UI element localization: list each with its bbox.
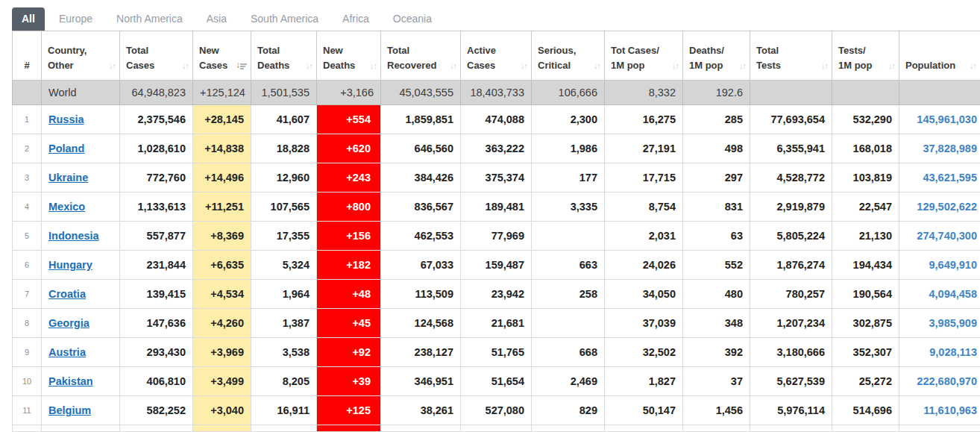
col-header-total-recovered[interactable]: TotalRecovered↓↑ bbox=[381, 31, 461, 81]
col-header-tot-cases-1m[interactable]: Tot Cases/1M pop↓↑ bbox=[605, 31, 683, 81]
cell-deaths-1m: 297 bbox=[683, 163, 750, 192]
tab-asia[interactable]: Asia bbox=[197, 7, 236, 31]
table-row-partial bbox=[13, 425, 980, 432]
country-link[interactable]: Pakistan bbox=[48, 375, 93, 387]
col-header-deaths-1m[interactable]: Deaths/1M pop↓↑ bbox=[683, 31, 750, 81]
cell-serious-critical: 663 bbox=[532, 251, 605, 280]
cell-tot-cases-1m: 16,275 bbox=[605, 105, 683, 134]
cell-total-recovered: 462,553 bbox=[381, 222, 461, 251]
country-link[interactable]: Russia bbox=[48, 113, 84, 125]
cell-deaths-1m: 63 bbox=[683, 222, 750, 251]
cell-total-cases: 2,375,546 bbox=[120, 105, 193, 134]
tab-north-america[interactable]: North America bbox=[107, 7, 192, 31]
cell-tests-1m bbox=[832, 81, 899, 105]
country-link[interactable]: Poland bbox=[48, 143, 84, 154]
country-link[interactable]: Austria bbox=[48, 346, 86, 358]
cell-active-cases: 77,969 bbox=[461, 222, 532, 251]
country-link[interactable]: Indonesia bbox=[48, 230, 99, 242]
tab-europe[interactable]: Europe bbox=[49, 7, 102, 31]
cell-deaths-1m: 192.6 bbox=[683, 81, 750, 105]
cell-new-cases: +3,040 bbox=[193, 396, 251, 425]
cell-country: World bbox=[42, 81, 120, 105]
cell-serious-critical bbox=[532, 309, 605, 338]
cell-new-deaths: +800 bbox=[317, 192, 381, 222]
col-header-total-tests[interactable]: TotalTests↓↑ bbox=[750, 31, 832, 81]
cell-partial bbox=[381, 425, 461, 432]
country-link[interactable]: Croatia bbox=[48, 288, 86, 300]
cell-tot-cases-1m: 2,031 bbox=[605, 222, 683, 251]
country-link[interactable]: Mexico bbox=[48, 201, 85, 213]
tab-south-america[interactable]: South America bbox=[241, 7, 328, 31]
col-header-total-cases[interactable]: TotalCases↓↑ bbox=[120, 31, 193, 81]
cell-tot-cases-1m: 8,332 bbox=[605, 81, 683, 105]
col-header-label: Population bbox=[905, 60, 955, 71]
cell-total-tests: 5,627,539 bbox=[750, 367, 832, 396]
sort-both-icon: ↓↑ bbox=[672, 60, 679, 72]
sort-both-icon: ↓↑ bbox=[182, 60, 189, 72]
cell-total-tests: 3,180,666 bbox=[750, 338, 832, 367]
cell-partial bbox=[899, 425, 980, 432]
cell-total-tests: 780,257 bbox=[750, 280, 832, 309]
sort-both-icon: ↓↑ bbox=[450, 60, 456, 72]
table-row: 4Mexico1,133,613+11,251107,565+800836,56… bbox=[13, 192, 980, 222]
cell-total-recovered: 45,043,555 bbox=[381, 81, 461, 105]
col-header-serious-critical[interactable]: Serious,Critical↓↑ bbox=[532, 31, 605, 81]
cell-deaths-1m: 552 bbox=[683, 251, 750, 280]
col-header-label: Deaths bbox=[257, 60, 289, 71]
cell-new-deaths: +3,166 bbox=[317, 81, 381, 105]
cell-total-recovered: 113,509 bbox=[381, 280, 461, 309]
cell-tot-cases-1m: 1,827 bbox=[605, 367, 683, 396]
sort-both-icon: ↓↑ bbox=[594, 60, 600, 72]
cell-active-cases: 23,942 bbox=[461, 280, 532, 309]
cell-country: Ukraine bbox=[42, 163, 120, 192]
cell-new-cases: +11,251 bbox=[193, 192, 251, 222]
cell-new-cases: +4,260 bbox=[193, 309, 251, 338]
country-link[interactable]: Georgia bbox=[48, 317, 89, 329]
sort-both-icon: ↓↑ bbox=[109, 60, 116, 72]
col-header-population[interactable]: Population↓↑ bbox=[899, 31, 980, 81]
cell-tests-1m: 103,819 bbox=[832, 163, 899, 192]
tab-oceania[interactable]: Oceania bbox=[383, 7, 442, 31]
cell-total-cases: 64,948,823 bbox=[120, 81, 193, 105]
col-header-tests-1m[interactable]: Tests/1M pop↓↑ bbox=[832, 31, 899, 81]
cell-total-deaths: 3,538 bbox=[251, 338, 317, 367]
cell-total-tests: 5,805,224 bbox=[750, 222, 832, 251]
col-header-new-deaths[interactable]: NewDeaths↓↑ bbox=[317, 31, 381, 81]
col-header-label: Tests bbox=[756, 60, 781, 71]
cell-new-cases: +3,969 bbox=[193, 338, 251, 367]
country-link[interactable]: Hungary bbox=[48, 259, 92, 271]
cell-partial bbox=[193, 425, 251, 432]
cell-country: Russia bbox=[42, 105, 120, 134]
cell-total-recovered: 38,261 bbox=[381, 396, 461, 425]
tab-africa[interactable]: Africa bbox=[333, 7, 379, 31]
col-header-new-cases[interactable]: NewCases↓ bbox=[193, 31, 251, 81]
cell-tot-cases-1m: 37,039 bbox=[605, 309, 683, 338]
cell-country: Austria bbox=[42, 338, 120, 367]
col-header-active-cases[interactable]: ActiveCases↓↑ bbox=[461, 31, 532, 81]
cell-new-deaths: +92 bbox=[317, 338, 381, 367]
cell-active-cases: 375,374 bbox=[461, 163, 532, 192]
sort-both-icon: ↓↑ bbox=[821, 60, 828, 72]
cell-total-deaths: 16,911 bbox=[251, 396, 317, 425]
cell-serious-critical: 2,300 bbox=[532, 105, 605, 134]
col-header-total-deaths[interactable]: TotalDeaths↓↑ bbox=[251, 31, 317, 81]
col-header-label: 1M pop bbox=[838, 60, 873, 71]
cell-active-cases: 527,080 bbox=[461, 396, 532, 425]
cell-total-recovered: 646,560 bbox=[381, 134, 461, 163]
cell-new-cases: +3,499 bbox=[193, 367, 251, 396]
country-link[interactable]: Ukraine bbox=[48, 172, 88, 184]
cell-population: 222,680,970 bbox=[899, 367, 980, 396]
col-header-label: Recovered bbox=[387, 60, 436, 71]
col-header-country[interactable]: Country,Other↓↑ bbox=[42, 31, 120, 81]
cell-total-deaths: 18,828 bbox=[251, 134, 317, 163]
col-header-label: Cases bbox=[199, 60, 227, 71]
cell-tot-cases-1m: 34,050 bbox=[605, 280, 683, 309]
cell-active-cases: 51,654 bbox=[461, 367, 532, 396]
col-header-label: Other bbox=[48, 60, 74, 71]
cell-serious-critical bbox=[532, 222, 605, 251]
sort-both-icon: ↓↑ bbox=[970, 60, 976, 72]
table-row: 1Russia2,375,546+28,14541,607+5541,859,8… bbox=[13, 105, 980, 134]
tab-all[interactable]: All bbox=[12, 7, 45, 31]
col-header-label: Deaths bbox=[323, 60, 355, 71]
country-link[interactable]: Belgium bbox=[48, 404, 91, 416]
